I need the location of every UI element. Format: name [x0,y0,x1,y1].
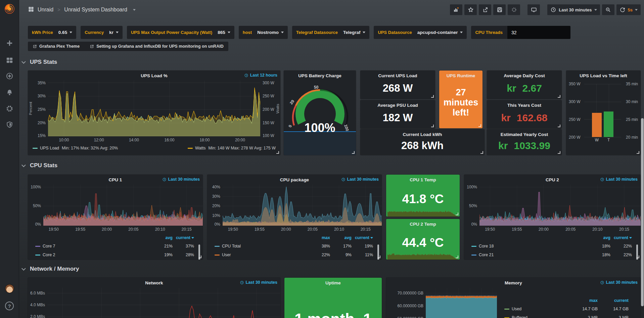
add-icon[interactable] [0,36,19,50]
legend-sort-current[interactable]: current [352,235,373,240]
breadcrumb-separator: > [57,7,60,12]
grafana-logo-icon[interactable] [3,3,16,15]
ups-load-chart[interactable] [48,81,260,136]
x-axis: 19:5019:5520:0020:0520:1020:15 [223,226,382,233]
panel-average-psu-load: Average PSU Load 182 W [360,100,435,129]
panel-title[interactable]: Average PSU Load [377,101,418,109]
network-chart[interactable] [47,288,280,318]
x-axis: 10:0012:0014:0016:0018:0020:00 [48,136,260,144]
settings-gear-button[interactable] [508,4,520,15]
clock-icon [550,7,556,13]
legend-scrollbar[interactable] [198,244,200,260]
variable-ups-datasource[interactable]: UPS Datasourceapcupsd-container [374,26,467,39]
panel-title[interactable]: Current UPS Load [378,71,417,80]
panel-time-range[interactable]: Last 12 hours [244,73,277,78]
server-admin-shield-icon[interactable] [0,118,19,131]
dashboard-grid-icon[interactable] [28,6,34,14]
legend-series[interactable]: Core 7 [35,244,151,248]
nav-actions: Last 30 minutes 5s [450,4,641,15]
panel-time-range[interactable]: Last 30 minutes [162,177,200,182]
link-ups-monitoring-guide[interactable]: Setting up Grafana and InfluxDB for UPS … [90,44,223,49]
legend-series-watts[interactable]: Watts [195,146,205,150]
panel-title[interactable]: Current Load kWh [403,130,442,139]
breadcrumb-app[interactable]: Unraid [38,7,53,13]
panel-time-range[interactable]: Last 30 minutes [600,280,638,285]
panel-time-range[interactable]: Last 30 minutes [600,177,638,182]
panel-title[interactable]: UPS Runtime [447,71,475,80]
help-icon[interactable]: ? [5,302,14,310]
dashboards-icon[interactable] [0,53,19,67]
legend-series-ups-load[interactable]: UPS Load [40,146,59,150]
legend-sort-avg[interactable]: avg [151,235,173,240]
panel-title[interactable]: Estimated Yearly Cost [501,130,548,139]
panel-title[interactable]: UPS Battery Charge [284,71,356,81]
cpu2-chart[interactable] [479,185,641,226]
share-button[interactable] [479,4,491,15]
section-ups-stats[interactable]: UPS Stats [23,59,57,65]
panel-title[interactable]: UPS Load vs Time left [566,71,641,81]
chevron-down-icon [281,32,284,33]
panel-title[interactable]: Uptime [284,278,382,288]
explore-icon[interactable] [0,69,19,83]
legend-sort-max[interactable]: max [567,298,598,303]
legend-sort-avg[interactable]: avg [589,235,610,240]
variable-currency[interactable]: Currencykr [81,26,123,39]
user-avatar[interactable] [5,284,14,293]
legend-series[interactable]: Buffered [504,315,567,318]
battery-gauge: 0 20 50 100 100% [284,81,356,155]
panel-title[interactable]: Average Daily Cost [504,71,545,80]
legend-sort-current[interactable]: current [173,235,194,240]
panel-title[interactable]: CPU 1 Temp [410,175,436,184]
panel-time-range[interactable]: Last 30 minutes [240,280,277,285]
cpu1-chart[interactable] [43,185,203,226]
legend-sort-avg[interactable]: avg [330,235,352,240]
link-grafana-plex-theme[interactable]: Grafana Plex Theme [33,44,80,49]
panel-title[interactable]: UPS Load % [28,71,280,81]
stat-value: 268 kWh [401,139,444,155]
section-cpu-stats[interactable]: CPU Stats [23,162,57,169]
alerting-bell-icon[interactable] [0,86,19,99]
variable-host[interactable]: hostNostromo [239,26,288,39]
section-network-memory[interactable]: Network / Memory [23,266,79,272]
time-range-picker[interactable]: Last 30 minutes [547,4,600,15]
bar-chart[interactable] [584,84,621,137]
window-scrollbar[interactable] [641,118,644,306]
legend-series[interactable]: Used [504,307,567,311]
memory-chart[interactable] [426,288,497,318]
legend-sort-current[interactable]: current [598,298,629,303]
legend-row: Core 721%37% [35,242,194,251]
tv-kiosk-button[interactable] [527,4,540,15]
legend-series[interactable]: Core 2 [35,253,151,257]
series-swatch [33,148,38,149]
breadcrumb-dashboard-title[interactable]: Unraid System Dashboard [64,7,127,13]
panel-title[interactable]: CPU 2 Temp [410,220,436,228]
panel-current-ups-load: Current UPS Load 268 W [360,71,435,99]
legend-scrollbar[interactable] [636,244,638,260]
panel-ups-load: UPS Load % Last 12 hours Percent 35% 30%… [28,71,280,155]
legend-series[interactable]: Core 21 [471,253,589,257]
chevron-down-icon[interactable] [133,9,136,11]
zoom-out-button[interactable] [602,4,614,15]
legend-scrollbar[interactable] [377,244,379,260]
save-button[interactable] [493,4,506,15]
svg-text:50: 50 [314,85,319,90]
cpu-package-chart[interactable] [223,185,382,226]
legend-series[interactable]: User [215,253,309,257]
legend-sort-max[interactable]: max [309,235,330,240]
refresh-button[interactable]: 5s [616,4,641,15]
clock-icon [341,177,346,182]
legend-series[interactable]: CPU Total [215,244,309,248]
legend-series[interactable]: Core 18 [471,244,589,248]
configuration-gear-icon[interactable] [0,102,19,115]
chevron-down-icon [228,32,230,33]
panel-time-range[interactable]: Last 30 minutes [341,177,379,182]
variable-telegraf-datasource[interactable]: Telegraf DatasourceTelegraf [292,26,370,39]
panel-title[interactable]: This Years Cost [507,101,541,109]
chevron-down-icon [363,32,365,33]
add-panel-button[interactable] [450,4,462,15]
star-button[interactable] [464,4,477,15]
cpu-threads-input[interactable]: 32 [507,26,570,39]
legend-sort-current[interactable]: current [610,235,632,240]
variable-ups-max-power[interactable]: UPS Max Output Power Capacity (Watt)865 [127,26,234,39]
variable-kwh-price[interactable]: kWh Price0.65 [28,26,76,39]
